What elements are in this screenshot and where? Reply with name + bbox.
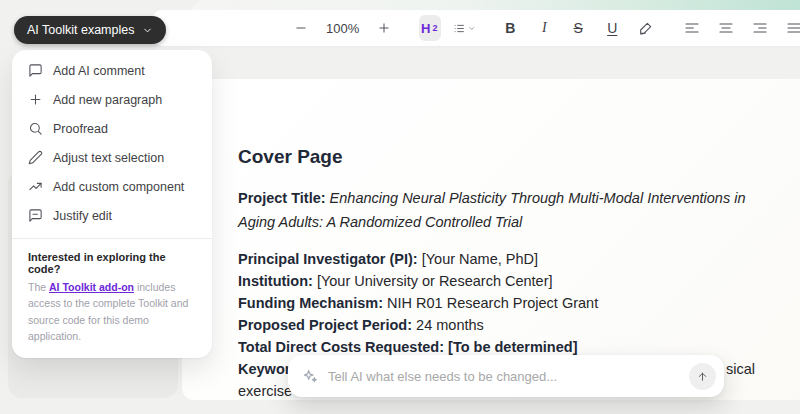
align-center-icon [718,20,734,36]
heading-label: H [421,21,430,36]
chevron-down-icon [142,25,153,36]
app-window: 100% H2 B I S U [0,0,800,414]
heading-style-button[interactable]: H2 [419,15,441,41]
align-right-button[interactable] [749,15,771,41]
highlighter-button[interactable] [635,15,657,41]
menu-divider [12,238,212,239]
strikethrough-button[interactable]: S [567,15,589,41]
chevron-down-icon [468,24,476,33]
menu-item-proofread[interactable]: Proofread [12,114,212,143]
bullet-list-icon [453,21,466,36]
zoom-in-button[interactable] [373,15,395,41]
comment-bubble-icon [28,63,43,78]
plus-icon [28,92,43,107]
highlighter-pen-icon [638,20,654,36]
field-project-period[interactable]: Proposed Project Period: 24 months [238,314,758,336]
examples-dropdown-menu: Add AI comment Add new paragraph Proofre… [12,50,212,358]
close-bracket: ] [573,339,578,355]
field-institution[interactable]: Institution: [Your University or Researc… [238,270,758,292]
align-center-button[interactable] [715,15,737,41]
menu-item-justify-edit[interactable]: Justify edit [12,201,212,230]
document-heading[interactable]: Cover Page [238,146,758,168]
ai-send-button[interactable] [689,363,716,390]
heading-sub-label: 2 [432,23,437,33]
zoom-level[interactable]: 100% [324,21,361,36]
field-funding-mechanism[interactable]: Funding Mechanism: NIH R01 Research Proj… [238,292,758,314]
document-page: Cover Page Project Title: Enhancing Neur… [182,79,800,400]
ai-prompt-input[interactable] [328,369,679,384]
align-right-icon [752,20,768,36]
align-justify-icon [786,20,800,36]
search-icon [28,121,43,136]
menu-item-add-new-paragraph[interactable]: Add new paragraph [12,85,212,114]
sparkles-icon [302,368,318,384]
align-left-icon [684,20,700,36]
minus-icon [294,21,308,35]
pencil-icon [28,150,43,165]
footer-text: The AI Toolkit add-on includes access to… [28,279,196,344]
align-justify-button[interactable] [783,15,800,41]
project-title-label: Project Title: [238,190,326,206]
arrow-up-icon [696,370,709,383]
bold-button[interactable]: B [499,15,521,41]
field-principal-investigator[interactable]: Principal Investigator (PI): [Your Name,… [238,248,758,270]
menu-item-add-ai-comment[interactable]: Add AI comment [12,56,212,85]
project-title-paragraph[interactable]: Project Title: Enhancing Neural Plastici… [238,186,758,234]
italic-button[interactable]: I [533,15,555,41]
menu-item-adjust-text-selection[interactable]: Adjust text selection [12,143,212,172]
plus-icon [377,21,391,35]
keywords-fragment-left: Keywor [238,361,290,377]
keywords-fragment-right: sical [726,358,755,380]
trending-up-icon [28,179,43,194]
pill-label: AI Toolkit examples [27,23,134,37]
underline-button[interactable]: U [601,15,623,41]
comment-edit-icon [28,208,43,223]
editor-toolbar: 100% H2 B I S U [152,10,800,46]
zoom-out-button[interactable] [290,15,312,41]
footer-heading: Interested in exploring the code? [28,251,196,275]
ai-toolkit-examples-button[interactable]: AI Toolkit examples [14,16,166,44]
ai-prompt-bar [288,355,724,397]
dropdown-footer: Interested in exploring the code? The AI… [12,249,212,344]
align-left-button[interactable] [681,15,703,41]
menu-item-add-custom-component[interactable]: Add custom component [12,172,212,201]
list-style-button[interactable] [453,15,475,41]
ai-toolkit-addon-link[interactable]: AI Toolkit add-on [49,281,134,293]
